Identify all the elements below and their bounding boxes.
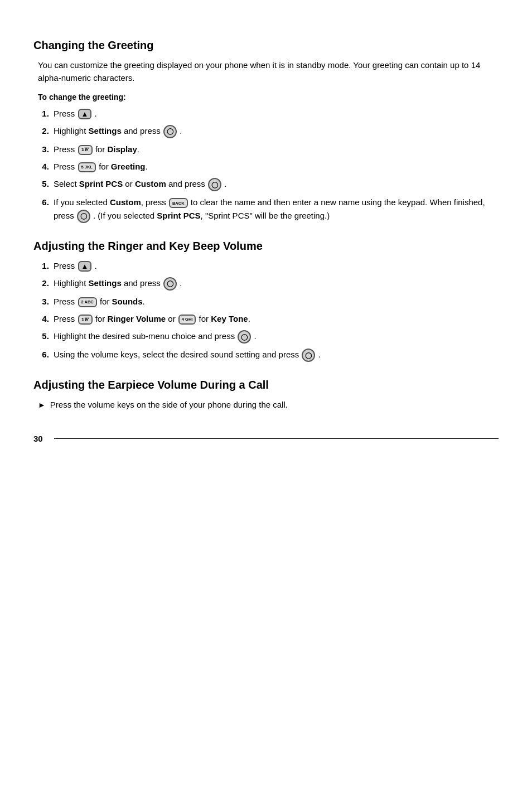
ringer-step-4: Press 1𝑊 for Ringer Volume or 4 GHI for … (51, 312, 499, 325)
menu-button-icon-r1: ▲ (78, 261, 92, 272)
step6-text5: , "Sprint PCS" will be the greeting.) (201, 211, 330, 220)
rstep6-period: . (318, 350, 321, 359)
rstep1-text: Press (54, 261, 78, 270)
rstep3-text1: Press (54, 297, 78, 306)
key-5-icon: 5 JKL (78, 162, 96, 172)
key-tone-label: Key Tone (211, 314, 248, 323)
rstep4-text1: Press (54, 314, 78, 323)
rstep2-text1: Highlight (54, 278, 89, 288)
step6-text1: If you selected (54, 197, 110, 207)
rstep4-period: . (248, 314, 250, 323)
step4-period: . (146, 162, 148, 171)
custom-label-2: Custom (110, 197, 141, 207)
ok-button-icon-2: ◯ (208, 178, 221, 191)
step5-text2: or (123, 179, 135, 188)
step4-text2: for (99, 162, 111, 171)
step2-text2: and press (122, 126, 163, 136)
step4-text1: Press (54, 162, 78, 171)
ok-button-icon: ◯ (163, 125, 177, 138)
rstep2-period: . (180, 278, 182, 288)
greeting-step-1: Press ▲ . (51, 107, 499, 120)
greeting-step-6: If you selected Custom, press BACK to cl… (51, 196, 499, 223)
footer-divider (54, 438, 499, 439)
step6-text2: , press (141, 197, 168, 207)
section-title-greeting: Changing the Greeting (33, 39, 499, 52)
rstep2-text2: and press (122, 278, 163, 288)
section-title-earpiece: Adjusting the Earpiece Volume During a C… (33, 379, 499, 391)
greeting-step-4: Press 5 JKL for Greeting. (51, 160, 499, 173)
key-2-icon: 2 ABC (78, 297, 97, 307)
ringer-steps: Press ▲ . Highlight Settings and press ◯… (51, 259, 499, 362)
step5-text3: and press (166, 179, 207, 188)
greeting-label: Greeting (111, 162, 146, 171)
step3-period: . (137, 144, 139, 154)
rstep4-text3: or (166, 314, 178, 323)
ok-button-icon-r6: ◯ (302, 349, 315, 362)
rstep3-text2: for (100, 297, 112, 306)
earpiece-bullet-text: Press the volume keys on the side of you… (50, 398, 288, 411)
greeting-step-5: Select Sprint PCS or Custom and press ◯ … (51, 177, 499, 191)
rstep3-period: . (143, 297, 145, 306)
rstep4-text2: for (95, 314, 108, 323)
greeting-intro: You can customize the greeting displayed… (38, 59, 499, 85)
ringer-step-3: Press 2 ABC for Sounds. (51, 295, 499, 308)
key-4-icon: 4 GHI (178, 315, 196, 325)
ringer-step-5: Highlight the desired sub-menu choice an… (51, 330, 499, 344)
settings-label-r: Settings (89, 278, 122, 288)
step3-text1: Press (54, 144, 78, 154)
section-title-ringer: Adjusting the Ringer and Key Beep Volume (33, 240, 499, 253)
sprint-pcs-label: Sprint PCS (79, 179, 123, 188)
page-number: 30 (33, 434, 43, 443)
greeting-subheading: To change the greeting: (38, 93, 499, 101)
step5-period: . (224, 179, 226, 188)
bullet-arrow-icon: ► (38, 399, 46, 412)
display-label: Display (107, 144, 137, 154)
ok-button-icon-3: ◯ (77, 210, 90, 223)
rstep6-text1: Using the volume keys, select the desire… (54, 350, 301, 359)
ok-button-icon-r5: ◯ (238, 330, 251, 344)
step2-text1: Highlight (54, 126, 89, 136)
rstep5-period: . (254, 331, 257, 341)
step1-text: Press (54, 109, 78, 118)
step2-period: . (180, 126, 182, 136)
ringer-step-1: Press ▲ . (51, 259, 499, 272)
menu-button-icon: ▲ (78, 109, 92, 119)
settings-label: Settings (89, 126, 122, 136)
custom-label: Custom (135, 179, 166, 188)
sounds-label: Sounds (112, 297, 143, 306)
ok-button-icon-r2: ◯ (163, 277, 177, 291)
rstep4-text4: for (199, 314, 211, 323)
earpiece-bullet-1: ► Press the volume keys on the side of y… (38, 398, 499, 412)
earpiece-bullets: ► Press the volume keys on the side of y… (38, 398, 499, 412)
step5-text1: Select (54, 179, 79, 188)
ringer-volume-label: Ringer Volume (107, 314, 166, 323)
step1-period: . (95, 109, 97, 118)
key-1-r-icon: 1𝑊 (78, 315, 93, 325)
greeting-step-2: Highlight Settings and press ◯ . (51, 124, 499, 138)
ringer-step-2: Highlight Settings and press ◯ . (51, 277, 499, 291)
rstep1-period: . (95, 261, 97, 270)
key-1-icon: 1𝑊 (78, 145, 93, 155)
ringer-step-6: Using the volume keys, select the desire… (51, 348, 499, 362)
sprint-pcs-label-2: Sprint PCS (157, 211, 200, 220)
page-footer: 30 (33, 434, 499, 443)
greeting-steps: Press ▲ . Highlight Settings and press ◯… (51, 107, 499, 223)
back-button-icon: BACK (169, 198, 188, 208)
rstep5-text1: Highlight the desired sub-menu choice an… (54, 331, 237, 341)
step6-text4: . (If you selected (93, 211, 157, 220)
step3-text2: for (95, 144, 108, 154)
greeting-step-3: Press 1𝑊 for Display. (51, 143, 499, 156)
